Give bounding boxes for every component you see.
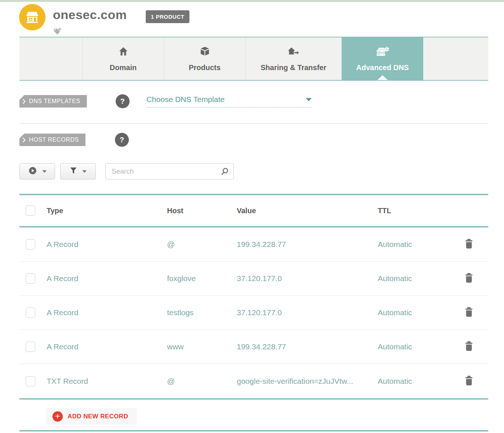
play-icon bbox=[28, 166, 37, 177]
record-host: @ bbox=[167, 377, 237, 386]
dns-templates-section: DNS TEMPLATES ? Choose DNS Template bbox=[19, 94, 504, 109]
table-row: TXT Record @ google-site-verification=zJ… bbox=[19, 364, 488, 398]
bottom-accent-line bbox=[19, 430, 488, 432]
tab-products[interactable]: Products bbox=[164, 37, 246, 80]
question-mark-glyph: ? bbox=[120, 136, 124, 144]
record-host: foxglove bbox=[167, 274, 237, 283]
record-value: google-site-verification=zJuJVtw... bbox=[237, 377, 378, 386]
delete-record-button[interactable] bbox=[464, 239, 474, 250]
column-header-host: Host bbox=[167, 207, 237, 215]
house-transfer-icon bbox=[287, 46, 300, 58]
record-type: A Record bbox=[47, 342, 167, 351]
storefront-glyph bbox=[24, 9, 41, 26]
chevron-down-icon bbox=[306, 98, 312, 101]
host-records-help-icon[interactable]: ? bbox=[115, 133, 129, 147]
chevron-right-icon bbox=[22, 137, 26, 143]
dns-templates-label: DNS TEMPLATES bbox=[29, 98, 80, 105]
delete-record-button[interactable] bbox=[464, 307, 474, 319]
table-row: A Record @ 199.34.228.77 Automatic bbox=[19, 228, 488, 262]
add-tag-icon[interactable] bbox=[53, 27, 62, 37]
record-host: www bbox=[167, 342, 237, 351]
add-record-row: + ADD NEW RECORD bbox=[46, 408, 504, 425]
select-all-checkbox[interactable] bbox=[26, 205, 35, 216]
domain-header: onesec.com 1 PRODUCT bbox=[0, 2, 504, 37]
trash-icon bbox=[464, 245, 474, 250]
record-type: A Record bbox=[47, 308, 167, 317]
record-type: A Record bbox=[47, 240, 167, 249]
question-mark-glyph: ? bbox=[120, 97, 125, 106]
storefront-icon bbox=[19, 4, 46, 30]
delete-record-button[interactable] bbox=[464, 341, 474, 353]
column-header-type: Type bbox=[47, 207, 167, 215]
house-icon bbox=[118, 46, 129, 58]
record-host: @ bbox=[167, 240, 237, 249]
add-new-record-label: ADD NEW RECORD bbox=[68, 413, 128, 420]
trash-icon bbox=[464, 382, 474, 387]
record-host: testlogs bbox=[167, 308, 237, 317]
domain-tab-bar: Domain Products Sharing & Transfer bbox=[19, 37, 488, 81]
product-count-badge: 1 PRODUCT bbox=[146, 10, 189, 23]
table-row: A Record foxglove 37.120.177.0 Automatic bbox=[19, 262, 488, 296]
record-ttl: Automatic bbox=[378, 377, 463, 386]
tab-products-label: Products bbox=[189, 63, 221, 72]
record-ttl: Automatic bbox=[378, 274, 463, 283]
row-checkbox[interactable] bbox=[26, 308, 35, 318]
host-records-table: Type Host Value TTL A Record @ 199.34.22… bbox=[19, 194, 488, 400]
host-records-toolbar bbox=[19, 163, 504, 179]
tab-domain-label: Domain bbox=[110, 63, 137, 72]
trash-icon bbox=[464, 347, 474, 353]
record-value: 37.120.177.0 bbox=[237, 308, 378, 317]
chevron-right-icon bbox=[22, 99, 26, 104]
search-box bbox=[105, 163, 234, 179]
tab-advanced-dns-label: Advanced DNS bbox=[356, 63, 409, 72]
table-header-row: Type Host Value TTL bbox=[19, 195, 488, 228]
tab-spacer-left bbox=[19, 37, 83, 80]
record-ttl: Automatic bbox=[378, 240, 463, 249]
row-checkbox[interactable] bbox=[26, 239, 35, 250]
host-records-section-header: HOST RECORDS ? bbox=[19, 132, 504, 147]
record-value: 199.34.228.77 bbox=[237, 240, 378, 249]
tab-sharing-transfer-label: Sharing & Transfer bbox=[261, 63, 326, 72]
plus-icon: + bbox=[52, 411, 63, 422]
record-type: A Record bbox=[47, 274, 167, 283]
host-records-ribbon: HOST RECORDS bbox=[19, 134, 86, 146]
dns-templates-help-icon[interactable]: ? bbox=[116, 94, 130, 108]
delete-record-button[interactable] bbox=[464, 273, 474, 284]
row-checkbox[interactable] bbox=[26, 273, 35, 284]
dns-templates-ribbon: DNS TEMPLATES bbox=[19, 95, 87, 108]
filter-button[interactable] bbox=[60, 163, 96, 179]
plus-glyph: + bbox=[55, 412, 60, 421]
table-row: A Record testlogs 37.120.177.0 Automatic bbox=[19, 296, 488, 330]
record-ttl: Automatic bbox=[378, 342, 463, 351]
tab-spacer-right bbox=[423, 37, 488, 80]
chevron-down-icon bbox=[82, 170, 87, 173]
row-checkbox[interactable] bbox=[26, 342, 35, 352]
section-divider bbox=[19, 123, 488, 124]
chevron-down-icon bbox=[42, 170, 47, 173]
dns-template-dropdown-value: Choose DNS Template bbox=[146, 95, 225, 104]
tab-domain[interactable]: Domain bbox=[83, 37, 164, 80]
dns-template-dropdown[interactable]: Choose DNS Template bbox=[146, 95, 312, 108]
search-input[interactable] bbox=[105, 163, 234, 179]
tab-advanced-dns[interactable]: Advanced DNS bbox=[342, 37, 423, 80]
filter-icon bbox=[70, 167, 77, 176]
server-gear-icon bbox=[376, 46, 389, 58]
delete-record-button[interactable] bbox=[464, 375, 474, 387]
record-value: 199.34.228.77 bbox=[237, 342, 378, 351]
trash-icon bbox=[464, 279, 474, 284]
page-title: onesec.com bbox=[53, 8, 127, 22]
record-ttl: Automatic bbox=[378, 308, 463, 317]
column-header-ttl: TTL bbox=[378, 207, 463, 215]
search-icon[interactable] bbox=[221, 167, 229, 177]
bulk-actions-button[interactable] bbox=[19, 163, 55, 179]
host-records-label: HOST RECORDS bbox=[29, 137, 79, 143]
tab-sharing-transfer[interactable]: Sharing & Transfer bbox=[246, 37, 342, 80]
record-value: 37.120.177.0 bbox=[237, 274, 378, 283]
record-type: TXT Record bbox=[47, 377, 167, 386]
row-checkbox[interactable] bbox=[26, 376, 35, 386]
trash-icon bbox=[464, 313, 474, 319]
package-icon bbox=[199, 46, 210, 58]
table-row: A Record www 199.34.228.77 Automatic bbox=[19, 330, 488, 364]
add-new-record-button[interactable]: + ADD NEW RECORD bbox=[46, 408, 137, 425]
column-header-value: Value bbox=[237, 207, 378, 215]
